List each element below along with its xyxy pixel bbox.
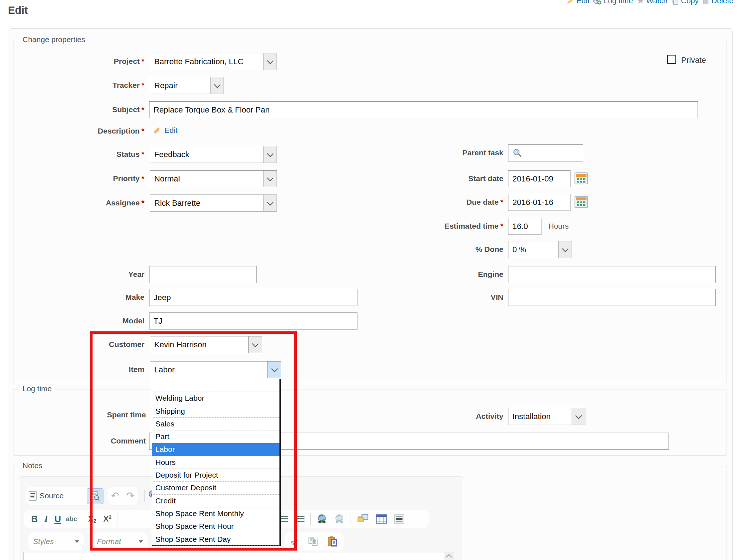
project-label: Project*	[18, 57, 144, 66]
percent-done-label: % Done	[394, 245, 503, 254]
estimated-time-suffix: Hours	[548, 222, 569, 230]
assignee-select[interactable]: Rick Barrette	[150, 195, 277, 212]
due-date-label: Due date*	[394, 198, 503, 207]
engine-input[interactable]	[508, 266, 716, 283]
percent-done-select[interactable]: 0 %	[508, 241, 572, 258]
dropdown-option[interactable]: Part	[152, 430, 279, 443]
comment-label: Comment	[20, 437, 146, 445]
vin-input[interactable]	[508, 289, 716, 306]
copy-action-link[interactable]: Copy	[671, 0, 699, 5]
item-dropdown-list: Welding LaborShippingSalesPartLaborHours…	[152, 379, 281, 546]
subject-input[interactable]: Replace Torque Box & Floor Pan	[149, 101, 698, 118]
image-icon[interactable]	[353, 514, 372, 524]
change-properties-fieldset: Change properties	[13, 40, 727, 383]
dropdown-option[interactable]: Shop Space Rent Day	[152, 533, 279, 546]
div-container-icon[interactable]	[292, 516, 308, 523]
priority-select[interactable]: Normal	[150, 170, 277, 187]
dropdown-option[interactable]: Labor	[152, 443, 279, 456]
estimated-time-input[interactable]: 16.0	[508, 218, 541, 235]
status-label: Status*	[18, 150, 144, 159]
dropdown-option[interactable]: Shipping	[152, 405, 279, 418]
editor-group-clipboard: ✂	[285, 532, 344, 551]
paste-clipboard-icon[interactable]	[327, 536, 338, 547]
year-label: Year	[18, 270, 144, 279]
watch-action-link[interactable]: ★ Watch	[637, 0, 667, 5]
subject-label: Subject*	[18, 105, 144, 114]
scroll-up-icon	[446, 554, 452, 560]
make-input[interactable]: Jeep	[149, 289, 357, 306]
link-icon[interactable]	[313, 514, 331, 524]
activity-select[interactable]: Installation	[508, 408, 585, 425]
dropdown-option[interactable]	[152, 379, 279, 392]
dropdown-option[interactable]: Customer Deposit	[152, 482, 279, 494]
edit-action-link[interactable]: Edit	[567, 0, 589, 5]
vin-label: VIN	[394, 293, 503, 302]
dropdown-option[interactable]: Hours	[152, 456, 279, 469]
copy-pages-icon[interactable]	[308, 536, 318, 547]
italic-button[interactable]: I	[41, 514, 52, 524]
customer-select[interactable]: Kevin Harrison	[150, 336, 262, 353]
superscript-button[interactable]: X2	[100, 514, 115, 524]
copy-icon	[671, 0, 679, 5]
fieldset-legend: Log time	[19, 384, 55, 393]
description-label: Description*	[18, 127, 144, 135]
start-date-input[interactable]: 2016-01-09	[508, 170, 571, 187]
status-select[interactable]: Feedback	[150, 146, 277, 163]
action-label: Copy	[681, 0, 699, 5]
issue-edit-page: Edit Log time ★ Watch Copy Delete Edit C…	[0, 0, 740, 560]
due-date-input[interactable]: 2016-01-16	[508, 194, 571, 211]
action-label: Edit	[576, 0, 589, 5]
chevron-down-icon	[263, 171, 277, 187]
contextual-actions: Edit Log time ★ Watch Copy Delete	[567, 0, 733, 5]
chevron-down-icon	[75, 540, 79, 543]
trash-icon	[702, 0, 710, 5]
parent-task-label: Parent task	[394, 148, 503, 157]
horizontal-rule-icon[interactable]	[391, 514, 408, 524]
dropdown-option[interactable]: Welding Labor	[152, 392, 279, 405]
pencil-icon	[567, 0, 575, 5]
subscript-button[interactable]: X2	[85, 514, 100, 524]
project-select[interactable]: Barrette Fabrication, LLC	[150, 53, 277, 70]
log-time-action-link[interactable]: Log time	[593, 0, 633, 5]
dropdown-option[interactable]: Shop Space Rent Monthly	[152, 507, 279, 520]
delete-action-link[interactable]: Delete	[702, 0, 733, 5]
parent-task-input[interactable]	[508, 144, 583, 162]
styles-dropdown[interactable]: Styles	[28, 532, 84, 551]
editor-scrollbar[interactable]	[444, 552, 454, 560]
calendar-icon[interactable]	[575, 196, 588, 208]
dropdown-option[interactable]: Sales	[152, 418, 279, 430]
spent-time-label: Spent time	[20, 410, 146, 419]
dropdown-option[interactable]: Deposit for Project	[152, 469, 279, 482]
unlink-icon[interactable]	[331, 514, 348, 524]
format-dropdown[interactable]: Format	[92, 532, 148, 551]
year-input[interactable]	[149, 266, 257, 283]
redo-icon[interactable]: ↷	[126, 490, 135, 502]
private-checkbox[interactable]	[667, 55, 676, 64]
item-label: Item	[18, 365, 144, 374]
estimated-time-label: Estimated time*	[394, 222, 503, 230]
chevron-down-icon	[263, 146, 277, 163]
tracker-select[interactable]: Repair	[150, 77, 224, 94]
templates-icon[interactable]	[87, 488, 103, 504]
pencil-icon	[152, 126, 161, 135]
notes-editor-content[interactable]	[23, 552, 444, 560]
strikethrough-button[interactable]: abc	[64, 515, 79, 523]
dropdown-option[interactable]: Shop Space Rent Hour	[152, 520, 279, 533]
model-input[interactable]: TJ	[149, 312, 357, 330]
source-button[interactable]: Source	[40, 491, 64, 500]
bold-button[interactable]: B	[28, 514, 41, 524]
fieldset-legend: Notes	[19, 461, 46, 470]
item-select[interactable]: Labor	[150, 361, 281, 378]
underline-button[interactable]: U	[52, 514, 64, 524]
table-icon[interactable]	[372, 514, 391, 524]
description-edit-link[interactable]: Edit	[164, 126, 177, 135]
editor-group-history: ↶ ↷	[107, 487, 138, 505]
calendar-icon[interactable]	[575, 172, 588, 184]
cut-icon[interactable]: ✂	[289, 535, 302, 548]
fieldset-legend: Change properties	[19, 35, 89, 44]
chevron-down-icon	[572, 408, 585, 425]
dropdown-option[interactable]: Credit	[152, 495, 279, 507]
undo-icon[interactable]: ↶	[111, 490, 119, 502]
priority-label: Priority*	[18, 174, 144, 183]
action-label: Log time	[604, 0, 633, 5]
